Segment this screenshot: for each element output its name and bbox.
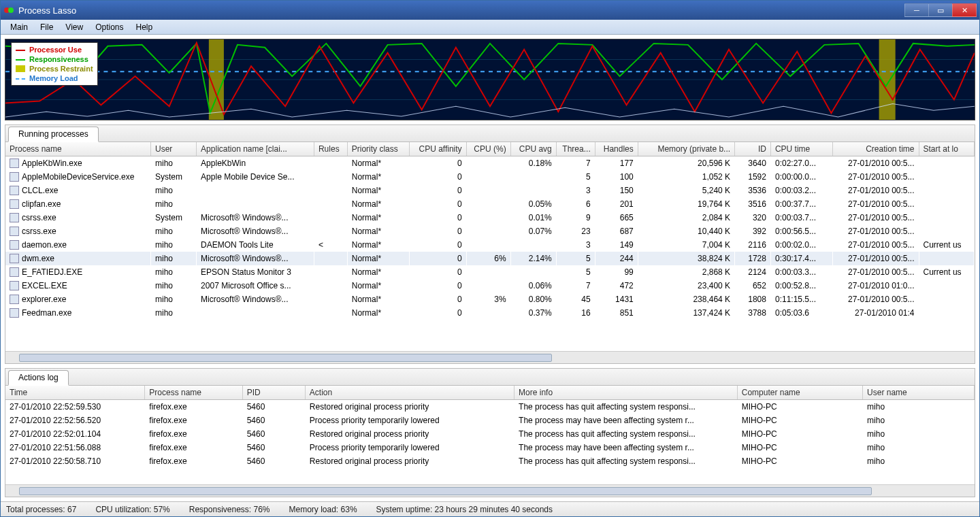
process-icon [10, 186, 19, 195]
table-row[interactable]: EXCEL.EXEmiho2007 Microsoft Office s...N… [5, 279, 975, 293]
process-icon [10, 159, 19, 168]
menu-file[interactable]: File [35, 21, 59, 33]
table-row[interactable]: 27-01/2010 22:52:59.530firefox.exe5460Re… [5, 400, 975, 414]
menu-help[interactable]: Help [131, 21, 159, 33]
actions-table: TimeProcess namePIDActionMore infoComput… [5, 386, 975, 468]
col-header[interactable]: Threa... [556, 142, 595, 156]
status-responsiveness: Responsiveness: 76% [189, 505, 270, 514]
menu-main[interactable]: Main [5, 21, 33, 33]
col-header[interactable]: More info [514, 386, 738, 400]
table-row[interactable]: clipfan.exemihoNormal*00.05%620119,764 K… [5, 197, 975, 211]
table-row[interactable]: 27-01/2010 22:52:56.520firefox.exe5460Pr… [5, 414, 975, 427]
process-icon [10, 295, 19, 304]
legend-memory-load: Memory Load [29, 73, 78, 83]
col-header[interactable]: CPU (%) [466, 142, 510, 156]
table-row[interactable]: csrss.exeSystemMicrosoft® Windows®...Nor… [5, 211, 975, 224]
table-row[interactable]: CLCL.exemihoNormal*031505,240 K35360:00:… [5, 184, 975, 197]
menu-options[interactable]: Options [90, 21, 129, 33]
process-icon [10, 199, 19, 209]
process-icon [10, 227, 19, 236]
col-header[interactable]: User [151, 142, 197, 156]
col-header[interactable]: Rules [314, 142, 347, 156]
process-icon [10, 240, 19, 250]
actions-panel: Actions log TimeProcess namePIDActionMor… [5, 368, 975, 497]
col-header[interactable]: Process name [5, 142, 151, 156]
table-row[interactable]: Feedman.exemihoNormal*00.37%16851137,424… [5, 306, 975, 320]
window-title: Process Lasso [18, 5, 905, 16]
table-row[interactable]: dwm.exemihoMicrosoft® Windows®...Normal*… [5, 252, 975, 265]
col-header[interactable]: ID [735, 142, 771, 156]
processes-panel: Running processes Process nameUserApplic… [5, 124, 975, 364]
col-header[interactable]: PID [242, 386, 305, 400]
menubar: Main File View Options Help [1, 20, 979, 35]
legend-responsiveness: Responsiveness [29, 54, 88, 64]
tab-running-processes[interactable]: Running processes [8, 127, 99, 142]
table-row[interactable]: 27-01/2010 22:50:58.710firefox.exe5460Re… [5, 454, 975, 468]
table-row[interactable]: 27-01/2010 22:52:01.104firefox.exe5460Re… [5, 427, 975, 441]
maximize-button[interactable]: ▭ [928, 3, 953, 17]
status-cpu-utilization: CPU utilization: 57% [95, 505, 169, 514]
menu-view[interactable]: View [60, 21, 88, 33]
table-row[interactable]: csrss.exemihoMicrosoft® Windows®...Norma… [5, 224, 975, 238]
app-window: Process Lasso ─ ▭ ✕ Main File View Optio… [0, 0, 980, 517]
legend-process-restraint: Process Restraint [29, 64, 93, 73]
col-header[interactable]: Process name [145, 386, 242, 400]
col-header[interactable]: Memory (private b... [638, 142, 734, 156]
table-row[interactable]: AppleKbWin.exemihoAppleKbWinNormal*00.18… [5, 156, 975, 171]
table-row[interactable]: daemon.exemihoDAEMON Tools Lite<Normal*0… [5, 238, 975, 252]
table-row[interactable]: explorer.exemihoMicrosoft® Windows®...No… [5, 293, 975, 306]
close-button[interactable]: ✕ [952, 3, 977, 17]
actions-table-wrap[interactable]: TimeProcess namePIDActionMore infoComput… [5, 386, 975, 484]
svg-point-1 [8, 7, 14, 13]
table-row[interactable]: 27-01/2010 22:51:56.088firefox.exe5460Pr… [5, 441, 975, 454]
process-icon [10, 308, 19, 318]
titlebar[interactable]: Process Lasso ─ ▭ ✕ [1, 1, 979, 20]
col-header[interactable]: Creation time [833, 142, 919, 156]
col-header[interactable]: CPU time [770, 142, 833, 156]
process-table: Process nameUserApplication name [clai..… [5, 142, 975, 320]
col-header[interactable]: Start at lo [919, 142, 974, 156]
status-total-processes: Total processes: 67 [6, 505, 76, 514]
process-icon [10, 213, 19, 222]
col-header[interactable]: Computer name [737, 386, 862, 400]
col-header[interactable]: User name [863, 386, 975, 400]
horizontal-scrollbar[interactable] [5, 351, 975, 363]
statusbar: Total processes: 67 CPU utilization: 57%… [1, 501, 979, 516]
table-row[interactable]: AppleMobileDeviceService.exeSystemApple … [5, 170, 975, 184]
process-icon [10, 172, 19, 182]
status-memory-load: Memory load: 63% [289, 505, 357, 514]
app-icon [3, 5, 14, 16]
col-header[interactable]: Priority class [347, 142, 410, 156]
horizontal-scrollbar-actions[interactable] [5, 484, 975, 497]
col-header[interactable]: CPU affinity [410, 142, 466, 156]
performance-graph: Processor Use Responsiveness Process Res… [5, 39, 975, 120]
tab-actions-log[interactable]: Actions log [8, 370, 69, 386]
table-row[interactable]: E_FATIEDJ.EXEmihoEPSON Status Monitor 3N… [5, 265, 975, 279]
process-table-wrap[interactable]: Process nameUserApplication name [clai..… [5, 142, 975, 351]
process-icon [10, 267, 19, 277]
col-header[interactable]: Time [5, 386, 145, 400]
process-icon [10, 281, 19, 290]
col-header[interactable]: Handles [595, 142, 638, 156]
legend-processor-use: Processor Use [29, 45, 82, 54]
col-header[interactable]: Action [305, 386, 514, 400]
process-icon [10, 254, 19, 263]
graph-legend: Processor Use Responsiveness Process Res… [11, 42, 98, 86]
col-header[interactable]: Application name [clai... [197, 142, 314, 156]
minimize-button[interactable]: ─ [904, 3, 929, 17]
col-header[interactable]: CPU avg [510, 142, 556, 156]
status-uptime: System uptime: 23 hours 29 minutes 40 se… [376, 505, 553, 514]
